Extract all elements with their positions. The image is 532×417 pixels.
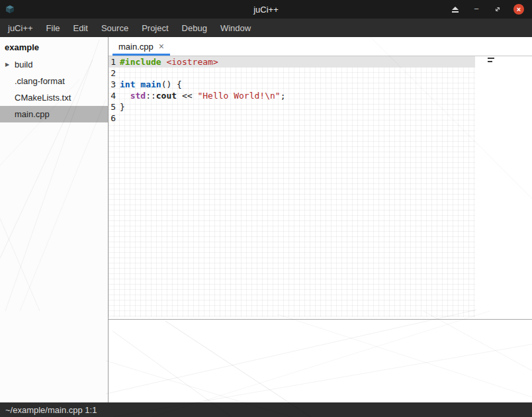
code-token: int [120,79,135,89]
code-text: } [116,101,125,113]
eject-button[interactable] [450,4,461,15]
code-text: int main() { [116,79,182,90]
code-line: 1#include <iostream> [109,56,475,68]
app-icon [5,3,17,15]
code-line: 4 std::cout << "Hello World!\n"; [109,90,475,101]
tab-close-button[interactable]: × [159,42,164,51]
restore-diagonal-arrows-icon [494,5,502,13]
tree-item-cmakelists-txt[interactable]: CMakeLists.txt [0,89,108,106]
code-token: } [120,102,125,112]
project-root-label: example [0,37,108,56]
line-number: 5 [109,101,116,113]
editor-pane[interactable]: 1#include <iostream>23int main() {4 std:… [109,56,532,320]
code-token: :: [146,91,156,101]
eject-icon-bar [452,11,459,13]
code-text [116,113,120,124]
tree-item-clang-format[interactable]: .clang-format [0,73,108,89]
file-tree: ▶build.clang-formatCMakeLists.txtmain.cp… [0,56,108,122]
tree-item-label: main.cpp [15,109,50,119]
window-controls: − × [450,4,532,15]
tree-item-label: CMakeLists.txt [15,93,71,103]
code-text: #include <iostream> [116,56,218,68]
tree-item-main-cpp[interactable]: main.cpp [0,106,108,122]
code-line: 2 [109,68,475,79]
code-line: 5} [109,101,475,113]
content-column: main.cpp× 1#include <iostream>23int main… [109,37,532,402]
restore-button[interactable] [492,4,503,15]
tab-bar: main.cpp× [109,37,532,56]
code-line: 3int main() { [109,79,475,90]
line-number: 6 [109,113,116,124]
code-token [120,91,130,101]
editor-lines: 1#include <iostream>23int main() {4 std:… [109,56,475,124]
menu-item-juci[interactable]: juCi++ [1,19,40,37]
tab-label: main.cpp [118,42,154,52]
tree-item-label: .clang-format [15,76,65,86]
menu-item-project[interactable]: Project [135,19,175,37]
code-token: <iostream> [166,57,218,67]
tree-item-build[interactable]: ▶build [0,56,108,73]
tree-item-label: build [15,60,32,70]
minimize-button[interactable]: − [471,4,482,15]
sidebar: example ▶build.clang-formatCMakeLists.tx… [0,37,109,402]
main-area: example ▶build.clang-formatCMakeLists.tx… [0,37,532,402]
code-token: () { [161,79,182,89]
status-bar: ~/example/main.cpp 1:1 [0,402,532,417]
code-line: 6 [109,113,475,124]
line-number: 1 [109,56,116,68]
title-bar: juCi++ − × [0,0,532,19]
tab-main-cpp[interactable]: main.cpp× [112,37,171,56]
line-number: 2 [109,68,116,79]
menu-item-source[interactable]: Source [95,19,135,37]
menu-bar: juCi++FileEditSourceProjectDebugWindow [0,19,532,37]
menu-item-edit[interactable]: Edit [67,19,95,37]
menu-item-debug[interactable]: Debug [175,19,214,37]
menu-item-window[interactable]: Window [214,19,257,37]
close-button[interactable]: × [513,4,524,15]
code-text [116,68,120,79]
line-number: 3 [109,79,116,90]
status-file-position: ~/example/main.cpp 1:1 [5,405,97,415]
menu-item-file[interactable]: File [40,19,67,37]
bottom-pane [109,320,532,402]
eject-icon [452,7,459,10]
line-number: 4 [109,90,116,101]
code-token: ; [281,91,286,101]
scroll-overview-map[interactable] [488,58,494,62]
code-text: std::cout << "Hello World!\n"; [116,90,285,101]
expand-arrow-icon[interactable]: ▶ [0,62,15,68]
code-token: cout [156,91,177,101]
code-token: << [177,91,197,101]
code-token: main [140,79,161,89]
app-window: juCi++ − × juCi++FileEditSourceProjectDe… [0,0,532,417]
code-token: std [130,91,146,101]
code-token: "Hello World!\n" [197,91,280,101]
code-token: #include [120,57,161,67]
